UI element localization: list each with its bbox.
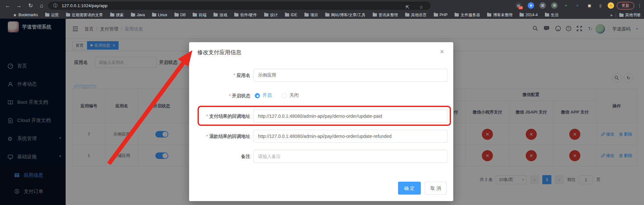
bookmarks-bar: ★Bookmarks 运营 近期需要读的文章 搜索 Java Linux DB … — [0, 11, 644, 19]
site-info-icon[interactable]: ⓘ — [53, 3, 58, 9]
bookmark-folder[interactable]: 游戏 — [213, 12, 227, 18]
app-name-input[interactable] — [253, 69, 447, 82]
folder-icon — [234, 13, 238, 17]
bookmark-folder[interactable]: 博客未整理 — [487, 12, 512, 18]
folder-icon — [619, 14, 624, 17]
bookmark-folder[interactable]: Java — [131, 13, 145, 17]
bookmark-star-icon[interactable]: ☆ — [419, 4, 423, 10]
other-bookmarks[interactable]: 其他书签 — [619, 12, 641, 18]
folder-icon — [520, 13, 524, 17]
cancel-button[interactable]: 取 消 — [425, 182, 447, 195]
url-text: 127.0.0.1:1024/pay/app — [62, 3, 108, 8]
chrome-update-button[interactable]: 更新 — [617, 2, 634, 9]
bookmark-folder[interactable]: 2014-4 — [520, 13, 537, 17]
pay-notify-input[interactable] — [253, 110, 447, 123]
bookmark-folder[interactable]: PHP — [434, 13, 448, 17]
close-icon[interactable]: ✕ — [440, 49, 444, 55]
folder-icon — [174, 13, 179, 17]
dialog-title: 修改支付应用信息 — [197, 49, 241, 56]
remark-label: 备注 — [189, 150, 250, 163]
radio-on-label[interactable]: 开启 — [263, 92, 272, 98]
folder-icon — [131, 13, 135, 17]
confirm-button[interactable]: 确 定 — [398, 182, 421, 195]
extensions-puzzle-icon[interactable]: ▣ — [586, 2, 593, 9]
radio-off[interactable] — [282, 93, 287, 98]
folder-icon — [434, 13, 438, 17]
folder-icon — [285, 13, 289, 17]
bookmark-folder[interactable]: DB — [174, 13, 186, 17]
folder-icon — [405, 13, 409, 17]
forward-icon[interactable]: → — [14, 0, 23, 11]
extension-3-icon[interactable]: ⌘ — [539, 2, 546, 9]
bookmark-folder[interactable]: 搜索 — [110, 12, 124, 18]
radio-off-label[interactable]: 关闭 — [290, 92, 299, 98]
back-icon[interactable]: ← — [3, 0, 12, 11]
extension-6-icon[interactable]: » — [574, 2, 581, 9]
bookmarks-root[interactable]: ★Bookmarks — [13, 13, 38, 18]
app-name-label: 应用名 — [189, 69, 250, 82]
folder-icon — [455, 13, 459, 17]
bookmark-folder[interactable]: 软件/硬件 — [234, 12, 257, 18]
folder-icon — [264, 13, 268, 17]
bookmark-folder[interactable]: 其他语言 — [405, 12, 427, 18]
extension-7-icon[interactable]: ▯ — [597, 2, 604, 9]
bookmark-folder[interactable]: 生活 — [545, 12, 559, 18]
refund-notify-input[interactable] — [253, 130, 447, 143]
extension-2-icon[interactable]: ▼ — [528, 2, 534, 9]
bookmark-folder[interactable]: 设计 — [264, 12, 278, 18]
bookmark-folder[interactable]: 项目 — [304, 12, 318, 18]
folder-icon — [487, 13, 491, 17]
bookmark-folder[interactable]: 资讯未整理 — [373, 12, 398, 18]
folder-icon — [373, 13, 377, 17]
folder-icon — [152, 13, 156, 17]
extension-5-icon[interactable]: ✶ — [563, 2, 569, 9]
folder-icon — [325, 13, 329, 17]
edit-app-dialog: 修改支付应用信息 ✕ 应用名 开启状态 开启 关闭 支付结果的回调地址 退款结果… — [189, 42, 453, 201]
divider — [616, 13, 616, 18]
folder-icon — [110, 13, 114, 17]
status-label: 开启状态 — [189, 89, 250, 102]
bookmarks-overflow-chevron[interactable]: » — [610, 13, 612, 18]
refund-notify-label: 退款结果的回调地址 — [189, 130, 250, 143]
radio-on[interactable] — [255, 93, 260, 98]
bookmark-folder[interactable]: 文件服务器 — [455, 12, 480, 18]
chrome-menu-icon[interactable]: ⋮ — [638, 0, 642, 11]
folder-icon — [213, 13, 218, 17]
screen: ← → ↻ ⌂ ⓘ 127.0.0.1:1024/pay/app ⇱ ☆ ▦12… — [0, 0, 644, 205]
star-icon: ★ — [13, 13, 17, 18]
folder-icon — [66, 13, 70, 17]
extension-4-icon[interactable] — [551, 2, 558, 9]
remark-input[interactable] — [253, 150, 447, 163]
extension-1-icon[interactable]: ▦12 — [515, 2, 522, 9]
browser-toolbar: ← → ↻ ⌂ ⓘ 127.0.0.1:1024/pay/app ⇱ ☆ ▦12… — [0, 0, 644, 11]
reload-icon[interactable]: ↻ — [26, 0, 35, 11]
folder-icon — [545, 13, 549, 17]
address-bar[interactable]: ⓘ 127.0.0.1:1024/pay/app ⇱ ☆ — [48, 2, 431, 10]
home-icon[interactable]: ⌂ — [37, 0, 46, 11]
folder-icon — [45, 13, 49, 17]
bookmark-folder[interactable]: Linux — [152, 13, 167, 17]
bookmark-folder[interactable]: 前端 — [193, 12, 206, 18]
bookmark-folder[interactable]: IDE — [285, 13, 297, 17]
bookmark-folder[interactable]: 近期需要读的文章 — [66, 12, 103, 18]
bookmark-folder[interactable]: 网站/博客/文章/工具 — [325, 12, 366, 18]
share-icon[interactable]: ⇱ — [406, 4, 409, 10]
folder-icon — [193, 13, 197, 17]
emoji-extension-icon[interactable]: ☺ — [608, 2, 614, 9]
bookmark-folder[interactable]: 运营 — [45, 12, 59, 18]
pay-notify-label: 支付结果的回调地址 — [189, 110, 250, 123]
folder-icon — [304, 13, 309, 17]
